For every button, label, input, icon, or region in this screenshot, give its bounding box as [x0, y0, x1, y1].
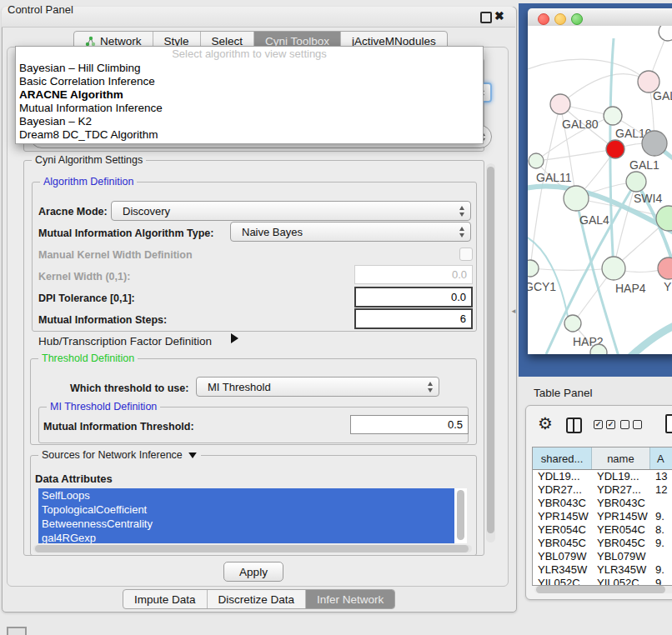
column-header[interactable]: shared...	[533, 448, 592, 469]
table-cell[interactable]: YDL19...	[533, 470, 592, 483]
close-window-icon[interactable]	[538, 13, 549, 25]
network-node[interactable]	[606, 140, 624, 158]
kernel-width-field[interactable]: 0.0	[354, 265, 473, 284]
table-cell[interactable]: YPR145W	[533, 510, 592, 523]
network-node[interactable]	[659, 26, 672, 41]
network-node[interactable]	[550, 94, 570, 114]
split-columns-icon[interactable]	[566, 418, 582, 433]
minimize-window-icon[interactable]	[554, 13, 566, 25]
table-row[interactable]: YBL079WYBL079W	[533, 550, 672, 563]
table-row[interactable]: YDR27...YDR27...12	[533, 483, 672, 497]
attribute-hscrollbar[interactable]	[33, 545, 472, 552]
table-cell[interactable]: 9	[650, 577, 672, 586]
attribute-item[interactable]: BetweennessCentrality	[38, 517, 454, 531]
network-window[interactable]: GALGAL80GAL10GAL1SWI4GAL11GAL4GCY1HAP4YH…	[528, 8, 672, 354]
network-window-titlebar[interactable]	[528, 8, 672, 27]
settings-scrollbar-thumb[interactable]	[487, 167, 494, 533]
network-node[interactable]	[529, 153, 544, 168]
table-row[interactable]: YBR043CYBR043C	[533, 497, 672, 510]
table-cell[interactable]: YBL079W	[592, 550, 650, 563]
table-cell[interactable]: YDR27...	[533, 483, 592, 497]
attribute-scrollbar-thumb[interactable]	[457, 490, 464, 540]
table-cell[interactable]: YBL079W	[533, 550, 592, 563]
table-row[interactable]: YIL052CYIL052C9	[533, 577, 672, 586]
deselect-all-checkboxes-icon[interactable]	[620, 420, 642, 429]
mi-steps-field[interactable]: 6	[354, 308, 473, 329]
network-node[interactable]	[604, 107, 622, 125]
table-cell[interactable]: YBR043C	[533, 497, 592, 510]
control-panel-titlebar[interactable]	[2, 7, 515, 28]
network-node[interactable]	[642, 131, 667, 156]
column-header[interactable]: name	[592, 448, 650, 469]
manual-kernel-checkbox[interactable]	[459, 248, 473, 261]
table-row[interactable]: YPR145WYPR145W9.	[533, 510, 672, 523]
algorithm-option[interactable]: ARACNE Algorithm	[16, 88, 483, 102]
table-cell[interactable]: 9.	[650, 537, 672, 550]
node-label: Y	[664, 280, 672, 293]
column-header[interactable]: A	[650, 448, 672, 469]
document-icon[interactable]	[665, 414, 672, 433]
float-panel-icon[interactable]	[480, 12, 492, 23]
table-hscrollbar[interactable]	[534, 586, 672, 593]
table-cell[interactable]: YIL052C	[533, 577, 592, 586]
table-row[interactable]: YBR045CYBR045C9.	[533, 537, 672, 550]
attribute-item[interactable]: TopologicalCoefficient	[38, 502, 454, 517]
apply-button[interactable]: Apply	[223, 562, 283, 582]
algorithm-option[interactable]: Bayesian – Hill Climbing	[16, 62, 483, 75]
network-node[interactable]	[528, 260, 539, 277]
zoom-window-icon[interactable]	[571, 13, 583, 25]
table-cell[interactable]: YLR345W	[533, 563, 592, 577]
close-panel-icon[interactable]: ✖	[494, 9, 504, 22]
algorithm-option[interactable]: Basic Correlation Inference	[16, 75, 483, 88]
table-cell[interactable]: 8.	[650, 523, 672, 537]
settings-scrollbar[interactable]	[486, 163, 495, 542]
table-cell[interactable]: YPR145W	[592, 510, 650, 523]
expand-arrow-icon[interactable]	[231, 333, 238, 343]
table-cell[interactable]: YBR045C	[533, 537, 592, 550]
network-node[interactable]	[602, 257, 625, 280]
algorithm-option[interactable]: Bayesian – K2	[16, 115, 483, 128]
table-cell[interactable]: YDL19...	[592, 470, 650, 483]
table-cell[interactable]: YBR043C	[592, 497, 650, 510]
which-threshold-combo[interactable]: MI Threshold	[196, 377, 439, 397]
table-row[interactable]: YDL19...YDL19...13	[533, 470, 672, 483]
table-cell[interactable]	[650, 550, 672, 563]
table-cell[interactable]: YBR045C	[592, 537, 650, 550]
select-all-checkboxes-icon[interactable]: ✓✓	[594, 420, 615, 429]
table-cell[interactable]: YER054C	[592, 523, 650, 537]
collapse-arrow-icon[interactable]	[188, 452, 197, 458]
tab-impute-data[interactable]: Impute Data	[123, 590, 208, 608]
table-cell[interactable]: YDR27...	[592, 483, 650, 497]
table-cell[interactable]: 13	[650, 470, 672, 483]
tab-discretize-data[interactable]: Discretize Data	[208, 590, 307, 608]
settings-gear-icon[interactable]: ⚙	[538, 415, 553, 432]
dpi-tolerance-field[interactable]: 0.0	[354, 287, 473, 308]
attribute-item[interactable]: SelfLoops	[38, 488, 454, 502]
attribute-hscrollbar-thumb[interactable]	[35, 545, 469, 552]
panel-resize-arrow[interactable]: ◄	[510, 308, 517, 315]
minimized-panel-icon[interactable]	[7, 627, 27, 635]
table-hscrollbar-thumb[interactable]	[536, 586, 665, 593]
table-row[interactable]: YLR345WYLR345W9.	[533, 563, 672, 577]
table-cell[interactable]: 9.	[650, 563, 672, 577]
table-cell[interactable]: YIL052C	[592, 577, 650, 586]
table-cell[interactable]	[650, 497, 672, 510]
network-node[interactable]	[626, 172, 646, 192]
table-cell[interactable]: 12	[650, 483, 672, 497]
network-node[interactable]	[564, 186, 589, 211]
mi-type-combo[interactable]: Naive Bayes	[230, 222, 471, 242]
mi-threshold-field[interactable]: 0.5	[350, 415, 469, 434]
algorithm-option[interactable]: Mutual Information Inference	[16, 102, 483, 115]
algorithm-option[interactable]: Dream8 DC_TDC Algorithm	[16, 128, 483, 142]
attribute-item[interactable]: gal4RGexp	[38, 531, 454, 543]
tab-infer-network[interactable]: Infer Network	[306, 590, 394, 608]
network-canvas[interactable]: GALGAL80GAL10GAL1SWI4GAL11GAL4GCY1HAP4YH…	[528, 26, 672, 354]
attribute-list-scrollbar[interactable]	[456, 489, 465, 542]
network-node[interactable]	[564, 315, 581, 332]
network-node[interactable]	[658, 258, 672, 279]
table-cell[interactable]: YLR345W	[592, 563, 650, 577]
table-row[interactable]: YER054CYER054C8.	[533, 523, 672, 537]
table-cell[interactable]: 9.	[650, 510, 672, 523]
aracne-mode-combo[interactable]: Discovery	[111, 201, 471, 221]
table-cell[interactable]: YER054C	[533, 523, 592, 537]
